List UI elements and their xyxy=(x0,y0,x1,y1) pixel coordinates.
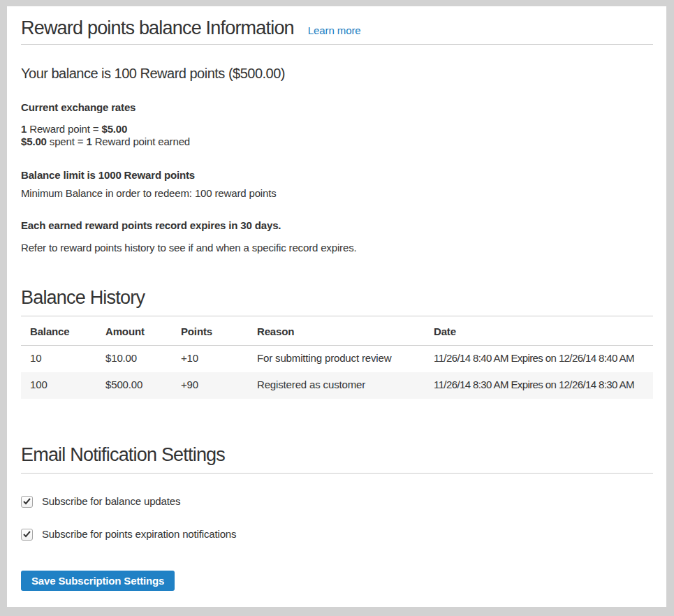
subscribe-expiration-checkbox[interactable] xyxy=(21,529,33,541)
column-header-balance: Balance xyxy=(21,316,96,346)
exchange-line2-tail: Reward point earned xyxy=(92,135,190,147)
exchange-rates-heading: Current exchange rates xyxy=(21,101,653,115)
column-header-reason: Reason xyxy=(248,316,425,346)
table-row: 10 $10.00 +10 For submitting product rev… xyxy=(21,346,653,373)
exchange-line2-amount: $5.00 xyxy=(21,135,47,147)
cell-points: +10 xyxy=(172,346,248,373)
balance-history-heading: Balance History xyxy=(21,287,653,316)
page-title: Reward points balance Information xyxy=(21,17,294,38)
exchange-line2-value: 1 xyxy=(86,135,91,147)
exchange-line2-text: spent = xyxy=(47,135,87,147)
email-settings-heading: Email Notification Settings xyxy=(21,444,653,474)
subscribe-balance-updates-row: Subscribe for balance updates xyxy=(21,494,653,508)
subscribe-expiration-row: Subscribe for points expiration notifica… xyxy=(21,527,653,541)
expiration-hint: Refer to reward points history to see if… xyxy=(21,241,653,255)
minimum-balance-note: Minimum Balance in order to redeem: 100 … xyxy=(21,186,653,200)
cell-date: 11/26/14 8:40 AM Expires on 12/26/14 8:4… xyxy=(425,346,653,373)
cell-reason: Registered as customer xyxy=(248,372,425,399)
exchange-line1-value: 1 xyxy=(21,123,27,135)
table-row: 100 $500.00 +90 Registered as customer 1… xyxy=(21,372,653,399)
expiration-note: Each earned reward points record expires… xyxy=(21,219,653,233)
cell-date: 11/26/14 8:30 AM Expires on 12/26/14 8:3… xyxy=(425,372,653,399)
exchange-line1-text: Reward point = xyxy=(27,123,101,135)
checkmark-icon xyxy=(23,498,31,505)
subscribe-balance-updates-checkbox[interactable] xyxy=(21,496,33,508)
column-header-date: Date xyxy=(425,316,653,346)
cell-amount: $500.00 xyxy=(96,372,172,399)
cell-reason: For submitting product review xyxy=(248,346,425,373)
checkmark-icon xyxy=(23,531,31,538)
balance-limit-note: Balance limit is 1000 Reward points xyxy=(21,168,653,182)
cell-balance: 10 xyxy=(21,346,96,373)
balance-summary: Your balance is 100 Reward points ($500.… xyxy=(21,64,653,83)
learn-more-link[interactable]: Learn more xyxy=(308,24,361,36)
subscribe-balance-updates-label: Subscribe for balance updates xyxy=(42,494,180,508)
subscribe-expiration-label: Subscribe for points expiration notifica… xyxy=(42,527,236,541)
exchange-line1-amount: $5.00 xyxy=(101,123,127,135)
balance-history-table: Balance Amount Points Reason Date 10 $10… xyxy=(21,316,653,399)
save-subscription-settings-button[interactable]: Save Subscription Settings xyxy=(21,571,175,591)
cell-amount: $10.00 xyxy=(96,346,172,373)
column-header-amount: Amount xyxy=(96,316,172,346)
cell-points: +90 xyxy=(172,372,248,399)
page-header: Reward points balance Information Learn … xyxy=(21,6,653,45)
cell-balance: 100 xyxy=(21,372,96,399)
exchange-rates-lines: 1 Reward point = $5.00 $5.00 spent = 1 R… xyxy=(21,123,653,148)
reward-points-card: Reward points balance Information Learn … xyxy=(7,6,666,607)
column-header-points: Points xyxy=(172,316,248,346)
table-header-row: Balance Amount Points Reason Date xyxy=(21,316,653,346)
